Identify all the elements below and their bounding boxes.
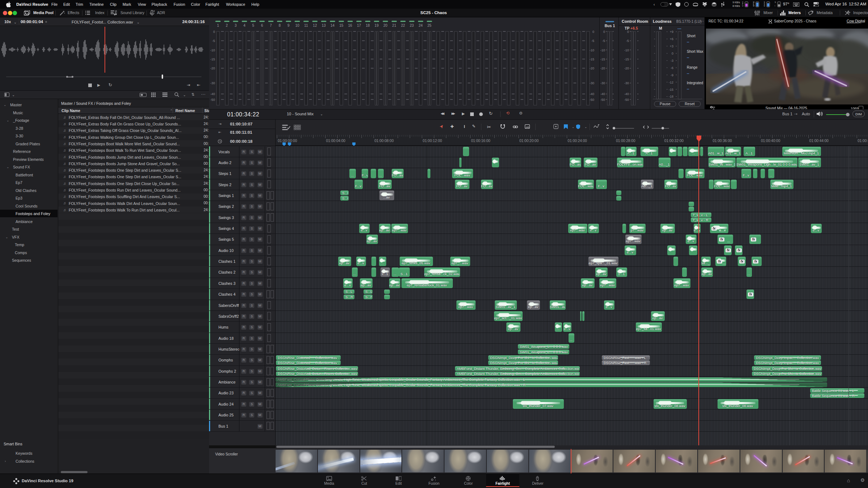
svg-text:-40: -40 <box>600 92 605 96</box>
svg-text:17: 17 <box>357 23 361 27</box>
svg-text:-20: -20 <box>590 67 594 70</box>
svg-text:12: 12 <box>313 23 317 27</box>
svg-text:24: 24 <box>418 23 423 27</box>
svg-text:20: 20 <box>383 23 388 27</box>
svg-text:19: 19 <box>375 23 379 27</box>
svg-text:-30: -30 <box>210 81 215 85</box>
svg-text:-5: -5 <box>212 39 215 43</box>
svg-text:6: 6 <box>261 23 263 27</box>
svg-text:-30: -30 <box>624 81 629 85</box>
svg-text:-10: -10 <box>590 48 594 52</box>
svg-text:14: 14 <box>331 23 335 27</box>
svg-text:0: 0 <box>672 52 673 55</box>
svg-text:11: 11 <box>304 23 308 27</box>
svg-text:+9: +9 <box>670 30 673 34</box>
svg-text:Control Room: Control Room <box>622 19 648 23</box>
svg-text:25: 25 <box>427 23 432 27</box>
svg-text:Loudness: Loudness <box>653 19 672 23</box>
svg-text:7: 7 <box>270 23 272 27</box>
svg-text:-9: -9 <box>671 73 673 77</box>
svg-text:-15: -15 <box>590 57 594 61</box>
svg-text:--: -- <box>687 87 689 91</box>
svg-text:23: 23 <box>410 23 414 27</box>
svg-text:-20: -20 <box>600 67 605 70</box>
svg-text:-30: -30 <box>600 81 605 85</box>
svg-text:1: 1 <box>217 23 219 27</box>
svg-text:3: 3 <box>235 23 237 27</box>
svg-text:-6: -6 <box>671 66 673 70</box>
svg-text:-50: -50 <box>600 98 605 102</box>
svg-text:-15: -15 <box>669 88 673 91</box>
svg-text:-5: -5 <box>626 39 629 43</box>
svg-text:9: 9 <box>288 23 290 27</box>
svg-text:-18: -18 <box>669 95 673 98</box>
svg-text:Pause: Pause <box>660 102 671 106</box>
svg-text:-50: -50 <box>590 98 594 102</box>
svg-text:-15: -15 <box>210 57 215 61</box>
svg-text:-40: -40 <box>624 92 629 96</box>
svg-text:-5: -5 <box>591 39 594 43</box>
svg-text:+6: +6 <box>670 37 673 41</box>
svg-text:16: 16 <box>348 23 353 27</box>
svg-text:-12: -12 <box>669 81 673 84</box>
svg-text:-10: -10 <box>624 48 629 52</box>
svg-text:BS.1770-1 (LU): BS.1770-1 (LU) <box>676 20 701 23</box>
svg-text:-10: -10 <box>210 48 215 52</box>
svg-text:Bus 1: Bus 1 <box>605 23 615 28</box>
svg-text:+6.5: +6.5 <box>630 26 638 30</box>
svg-text:--: -- <box>687 71 689 75</box>
svg-text:-5: -5 <box>602 39 605 43</box>
svg-text:0: 0 <box>603 30 605 34</box>
svg-text:8: 8 <box>278 23 281 27</box>
svg-text:--: -- <box>687 55 689 59</box>
svg-text:-10: -10 <box>600 48 605 52</box>
svg-text:0: 0 <box>213 30 215 34</box>
svg-text:-30: -30 <box>590 81 594 85</box>
svg-text:2: 2 <box>226 23 228 27</box>
svg-text:18: 18 <box>366 23 370 27</box>
svg-text:Short Max: Short Max <box>687 50 703 53</box>
svg-text:-50: -50 <box>210 98 215 102</box>
svg-text:⋯: ⋯ <box>700 19 704 23</box>
svg-text:--: -- <box>687 40 689 44</box>
svg-text:Short: Short <box>687 34 695 38</box>
svg-text:---: --- <box>677 26 681 30</box>
svg-text:-50: -50 <box>624 98 629 102</box>
svg-text:0: 0 <box>627 30 629 34</box>
svg-text:-40: -40 <box>590 92 594 96</box>
svg-text:+3: +3 <box>670 44 673 48</box>
svg-text:Range: Range <box>687 65 698 69</box>
svg-text:22: 22 <box>401 23 405 27</box>
svg-text:Integrated: Integrated <box>687 81 703 85</box>
svg-text:-20: -20 <box>210 67 215 70</box>
svg-text:0: 0 <box>592 30 594 34</box>
svg-text:5: 5 <box>252 23 254 27</box>
svg-text:4: 4 <box>243 23 246 27</box>
svg-text:M: M <box>659 26 662 30</box>
svg-text:-20: -20 <box>624 67 629 70</box>
svg-text:-40: -40 <box>210 92 215 96</box>
svg-text:10: 10 <box>295 23 299 27</box>
svg-text:Reset: Reset <box>685 102 695 106</box>
svg-text:13: 13 <box>322 23 326 27</box>
svg-text:-15: -15 <box>624 57 629 61</box>
svg-text:-3: -3 <box>671 59 673 63</box>
svg-text:21: 21 <box>392 23 396 27</box>
svg-text:-15: -15 <box>600 57 605 61</box>
svg-text:15: 15 <box>339 23 344 27</box>
